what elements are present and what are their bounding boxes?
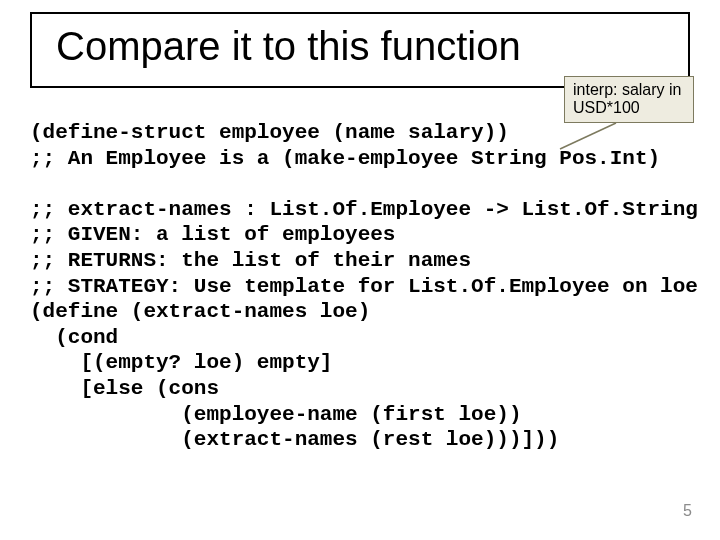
slide-number: 5: [683, 502, 692, 520]
code-line: (define (extract-names loe): [30, 300, 370, 323]
code-line: (cond: [30, 326, 118, 349]
code-line: [else (cons: [30, 377, 219, 400]
code-line: [(empty? loe) empty]: [30, 351, 332, 374]
code-line: ;; RETURNS: the list of their names: [30, 249, 471, 272]
code-line: ;; STRATEGY: Use template for List.Of.Em…: [30, 275, 698, 298]
code-block: (define-struct employee (name salary)) ;…: [30, 120, 690, 453]
slide: Compare it to this function interp: sala…: [0, 0, 720, 540]
callout-box: interp: salary in USD*100: [564, 76, 694, 123]
code-line: ;; GIVEN: a list of employees: [30, 223, 395, 246]
code-line: (define-struct employee (name salary)): [30, 121, 509, 144]
code-line: (extract-names (rest loe)))])): [30, 428, 559, 451]
callout-line1: interp: salary in: [573, 81, 685, 99]
callout-line2: USD*100: [573, 99, 685, 117]
slide-title: Compare it to this function: [56, 24, 682, 68]
code-line: ;; extract-names : List.Of.Employee -> L…: [30, 198, 698, 221]
code-line: ;; An Employee is a (make-employee Strin…: [30, 147, 660, 170]
code-line: (employee-name (first loe)): [30, 403, 521, 426]
